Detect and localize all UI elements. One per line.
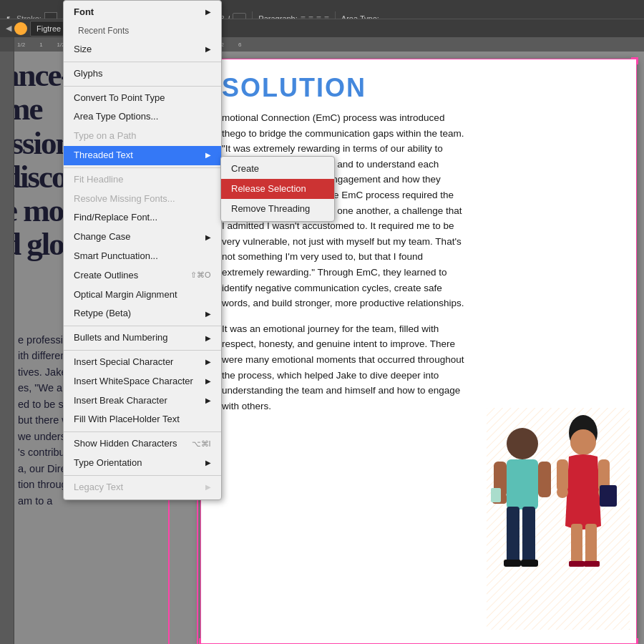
- smart-punct-label: Smart Punctuation...: [74, 249, 158, 264]
- sep-6: [64, 431, 221, 432]
- insert-whitespace-label: Insert WhiteSpace Character: [74, 374, 193, 389]
- svg-rect-18: [571, 524, 582, 563]
- tick: 6: [238, 42, 241, 48]
- menu-item-legacy-text[interactable]: Legacy Text ▶: [64, 478, 221, 497]
- recent-fonts-label: Recent Fonts: [78, 24, 129, 38]
- sep-3: [64, 167, 221, 168]
- create-outlines-label: Create Outlines: [74, 268, 138, 283]
- bullets-label: Bullets and Numbering: [74, 331, 168, 346]
- change-case-label: Change Case: [74, 230, 131, 245]
- menu-item-threaded-text[interactable]: Threaded Text ▶: [64, 146, 221, 165]
- document-icon: [14, 22, 27, 35]
- menu-item-area-type-options[interactable]: Area Type Options...: [64, 107, 221, 127]
- optical-margin-label: Optical Margin Alignment: [74, 288, 177, 303]
- type-on-path-label: Type on a Path: [74, 129, 136, 144]
- svg-rect-22: [491, 488, 501, 502]
- threaded-text-label: Threaded Text: [74, 148, 133, 163]
- menu-item-change-case[interactable]: Change Case ▶: [64, 228, 221, 247]
- size-label: Size: [74, 42, 92, 57]
- show-hidden-label: Show Hidden Characters: [74, 436, 177, 452]
- menu-item-create-outlines[interactable]: Create Outlines ⇧⌘O: [64, 266, 221, 286]
- fit-headline-label: Fit Headline: [74, 172, 123, 187]
- svg-point-12: [570, 429, 596, 455]
- submenu-item-remove-threading[interactable]: Remove Threading: [221, 199, 334, 219]
- size-arrow-icon: ▶: [205, 44, 211, 55]
- retype-beta-label: Retype (Beta): [74, 306, 131, 321]
- svg-rect-3: [507, 459, 538, 509]
- svg-point-2: [507, 428, 538, 459]
- menu-item-type-on-path[interactable]: Type on a Path: [64, 127, 221, 146]
- legacy-text-label: Legacy Text: [74, 480, 123, 495]
- menu-item-size[interactable]: Size ▶: [64, 40, 221, 59]
- illustration-svg: [444, 394, 637, 644]
- svg-rect-4: [507, 507, 519, 564]
- menu-item-retype-beta[interactable]: Retype (Beta) ▶: [64, 304, 221, 323]
- show-hidden-shortcut: ⌥⌘I: [192, 438, 211, 451]
- svg-rect-9: [538, 462, 551, 497]
- menu-item-smart-punctuation[interactable]: Smart Punctuation...: [64, 247, 221, 266]
- submenu-item-create[interactable]: Create: [221, 159, 334, 179]
- submenu-item-release-selection[interactable]: Release Selection: [221, 179, 334, 199]
- menu-item-convert-to-point[interactable]: Convert To Point Type: [64, 89, 221, 108]
- resolve-fonts-label: Resolve Missing Fonts...: [74, 192, 175, 207]
- retype-arrow-icon: ▶: [205, 308, 211, 320]
- menu-item-font[interactable]: Font ▶: [64, 3, 221, 22]
- area-type-options-label: Area Type Options...: [74, 109, 158, 125]
- menu-item-recent-fonts[interactable]: Recent Fonts: [64, 22, 221, 40]
- type-orientation-arrow-icon: ▶: [205, 457, 211, 469]
- sep-5: [64, 350, 221, 351]
- svg-point-15: [557, 487, 568, 498]
- convert-point-label: Convert To Point Type: [74, 91, 165, 106]
- font-arrow-icon: ▶: [205, 6, 211, 18]
- bullets-arrow-icon: ▶: [205, 333, 211, 344]
- page-title: SOLUTION: [222, 73, 615, 103]
- menu-item-bullets[interactable]: Bullets and Numbering ▶: [64, 328, 221, 348]
- remove-threading-label: Remove Threading: [231, 201, 310, 217]
- vertical-ruler: [0, 52, 14, 644]
- menu-font-label: Font: [74, 5, 94, 20]
- ruler-corner: [0, 37, 14, 52]
- menu-item-insert-special[interactable]: Insert Special Character ▶: [64, 353, 221, 372]
- menu-item-find-replace-font[interactable]: Find/Replace Font...: [64, 208, 221, 228]
- page-content: SOLUTION motional Connection (EmC) proce…: [200, 59, 637, 644]
- legacy-text-arrow-icon: ▶: [205, 482, 211, 493]
- sep-1: [64, 62, 221, 62]
- menu-item-glyphs[interactable]: Glyphs: [64, 64, 221, 84]
- change-case-arrow-icon: ▶: [205, 232, 211, 243]
- svg-rect-19: [585, 524, 597, 563]
- release-selection-label: Release Selection: [231, 181, 306, 197]
- threaded-text-submenu: Create Release Selection Remove Threadin…: [220, 156, 335, 222]
- svg-rect-17: [600, 485, 617, 507]
- type-menu: Font ▶ Recent Fonts Size ▶ Glyphs Conver…: [63, 0, 222, 500]
- document-page: SOLUTION motional Connection (EmC) proce…: [200, 59, 637, 644]
- create-label: Create: [231, 161, 259, 177]
- menu-item-resolve-fonts[interactable]: Resolve Missing Fonts...: [64, 190, 221, 209]
- insert-break-label: Insert Break Character: [74, 394, 167, 409]
- illustration-area: [444, 394, 637, 644]
- threaded-arrow-icon: ▶: [205, 150, 211, 161]
- glyphs-label: Glyphs: [74, 67, 102, 82]
- create-outlines-shortcut: ⇧⌘O: [190, 269, 211, 282]
- svg-rect-21: [584, 561, 600, 567]
- placeholder-text-label: Fill With PlaceHolder Text: [74, 412, 180, 427]
- menu-item-fit-headline[interactable]: Fit Headline: [64, 170, 221, 190]
- menu-item-insert-break[interactable]: Insert Break Character ▶: [64, 391, 221, 411]
- svg-rect-5: [522, 507, 535, 564]
- menu-item-show-hidden[interactable]: Show Hidden Characters ⌥⌘I: [64, 434, 221, 454]
- sep-4: [64, 326, 221, 326]
- svg-rect-7: [521, 560, 538, 567]
- insert-special-label: Insert Special Character: [74, 355, 173, 370]
- tick: 1: [39, 42, 42, 48]
- menu-item-optical-margin[interactable]: Optical Margin Alignment: [64, 286, 221, 305]
- menu-item-insert-whitespace[interactable]: Insert WhiteSpace Character ▶: [64, 372, 221, 391]
- back-btn[interactable]: ◀: [6, 24, 11, 33]
- page-paragraph-2: It was an emotional journey for the team…: [222, 321, 465, 414]
- main-menu-panel: Font ▶ Recent Fonts Size ▶ Glyphs Conver…: [63, 0, 222, 500]
- insert-break-arrow-icon: ▶: [205, 395, 211, 406]
- tick: 1/2: [17, 42, 25, 48]
- type-orientation-label: Type Orientation: [74, 456, 142, 471]
- sep-7: [64, 475, 221, 476]
- menu-item-placeholder-text[interactable]: Fill With PlaceHolder Text: [64, 410, 221, 429]
- svg-rect-6: [504, 560, 521, 567]
- menu-item-type-orientation[interactable]: Type Orientation ▶: [64, 454, 221, 473]
